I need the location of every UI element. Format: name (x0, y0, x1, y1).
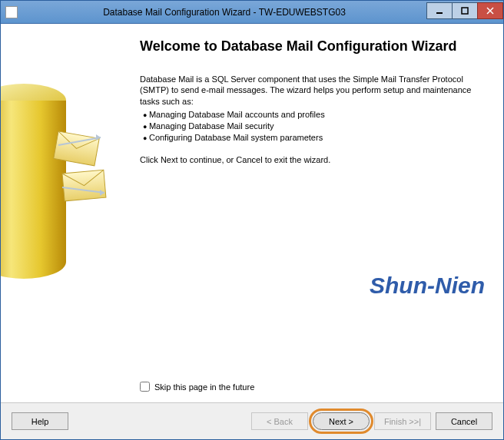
page-heading: Welcome to Database Mail Configuration W… (140, 38, 485, 55)
cancel-button[interactable]: Cancel (436, 412, 492, 430)
titlebar: Database Mail Configuration Wizard - TW-… (1, 1, 503, 24)
minimize-button[interactable] (426, 2, 453, 19)
watermark-text: Shun-Nien (370, 273, 485, 299)
task-item: Managing Database Mail accounts and prof… (143, 109, 485, 121)
wizard-body: Welcome to Database Mail Configuration W… (1, 24, 503, 402)
continue-hint: Click Next to continue, or Cancel to exi… (140, 154, 485, 166)
skip-page-checkbox[interactable] (140, 382, 150, 392)
svg-rect-5 (1, 101, 66, 262)
wizard-sidebar-graphic (1, 24, 128, 402)
app-icon (5, 6, 18, 18)
finish-button: Finish >>| (374, 412, 431, 430)
task-item: Configuring Database Mail system paramet… (143, 132, 485, 144)
database-mail-icon (1, 47, 128, 308)
close-button[interactable] (477, 2, 503, 19)
skip-page-row[interactable]: Skip this page in the future (140, 382, 254, 392)
task-list: Managing Database Mail accounts and prof… (140, 109, 485, 144)
next-button[interactable]: Next > (313, 412, 370, 430)
svg-rect-1 (462, 8, 468, 14)
wizard-window: Database Mail Configuration Wizard - TW-… (0, 0, 504, 440)
task-item: Managing Database Mail security (143, 121, 485, 132)
help-button[interactable]: Help (12, 412, 68, 430)
intro-text: Database Mail is a SQL Server component … (140, 74, 485, 108)
window-title: Database Mail Configuration Wizard - TW-… (22, 7, 426, 18)
skip-page-label: Skip this page in the future (154, 382, 254, 392)
back-button: < Back (251, 412, 308, 430)
wizard-content: Welcome to Database Mail Configuration W… (128, 24, 503, 402)
maximize-button[interactable] (452, 2, 478, 19)
window-controls (426, 5, 503, 19)
wizard-footer: Help < Back Next > Finish >>| Cancel (1, 402, 503, 439)
